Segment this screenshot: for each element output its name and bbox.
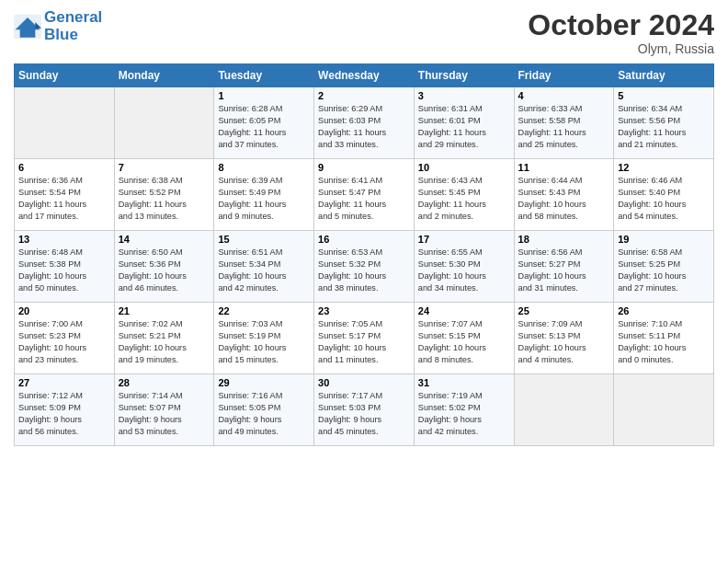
day-detail: Sunrise: 6:43 AM Sunset: 5:45 PM Dayligh… (418, 175, 510, 223)
day-number: 11 (518, 162, 610, 173)
day-detail: Sunrise: 6:39 AM Sunset: 5:49 PM Dayligh… (218, 175, 310, 223)
day-number: 16 (318, 234, 410, 245)
day-cell: 22Sunrise: 7:03 AM Sunset: 5:19 PM Dayli… (214, 303, 314, 374)
calendar-table: Sunday Monday Tuesday Wednesday Thursday… (14, 63, 714, 446)
day-detail: Sunrise: 6:53 AM Sunset: 5:32 PM Dayligh… (318, 247, 410, 294)
col-sunday: Sunday (15, 64, 115, 87)
day-number: 28 (119, 377, 210, 388)
day-cell: 12Sunrise: 6:46 AM Sunset: 5:40 PM Dayli… (614, 159, 714, 231)
day-detail: Sunrise: 6:33 AM Sunset: 5:58 PM Dayligh… (518, 103, 610, 151)
day-detail: Sunrise: 6:44 AM Sunset: 5:43 PM Dayligh… (518, 175, 610, 223)
day-number: 22 (218, 305, 310, 316)
day-detail: Sunrise: 6:28 AM Sunset: 6:05 PM Dayligh… (218, 103, 310, 151)
day-cell: 19Sunrise: 6:58 AM Sunset: 5:25 PM Dayli… (614, 231, 714, 303)
week-row-2: 13Sunrise: 6:48 AM Sunset: 5:38 PM Dayli… (15, 231, 714, 303)
day-detail: Sunrise: 6:48 AM Sunset: 5:38 PM Dayligh… (18, 247, 110, 294)
day-detail: Sunrise: 6:36 AM Sunset: 5:54 PM Dayligh… (18, 175, 110, 223)
day-number: 3 (418, 90, 510, 101)
day-number: 29 (218, 377, 310, 388)
day-number: 30 (318, 377, 410, 388)
col-saturday: Saturday (614, 64, 714, 87)
day-cell: 15Sunrise: 6:51 AM Sunset: 5:34 PM Dayli… (214, 231, 314, 303)
day-detail: Sunrise: 6:34 AM Sunset: 5:56 PM Dayligh… (618, 103, 710, 151)
day-cell: 10Sunrise: 6:43 AM Sunset: 5:45 PM Dayli… (414, 159, 514, 231)
day-cell: 23Sunrise: 7:05 AM Sunset: 5:17 PM Dayli… (314, 303, 415, 374)
day-cell: 24Sunrise: 7:07 AM Sunset: 5:15 PM Dayli… (414, 303, 514, 374)
day-cell: 8Sunrise: 6:39 AM Sunset: 5:49 PM Daylig… (214, 159, 314, 231)
week-row-1: 6Sunrise: 6:36 AM Sunset: 5:54 PM Daylig… (15, 159, 714, 231)
day-number: 21 (119, 305, 210, 316)
day-cell: 11Sunrise: 6:44 AM Sunset: 5:43 PM Dayli… (514, 159, 614, 231)
day-detail: Sunrise: 6:58 AM Sunset: 5:25 PM Dayligh… (618, 247, 710, 294)
day-detail: Sunrise: 6:56 AM Sunset: 5:27 PM Dayligh… (518, 247, 610, 294)
day-detail: Sunrise: 7:10 AM Sunset: 5:11 PM Dayligh… (618, 318, 710, 366)
col-wednesday: Wednesday (314, 64, 415, 87)
day-cell: 28Sunrise: 7:14 AM Sunset: 5:07 PM Dayli… (114, 374, 214, 446)
day-cell: 30Sunrise: 7:17 AM Sunset: 5:03 PM Dayli… (314, 374, 415, 446)
day-detail: Sunrise: 7:00 AM Sunset: 5:23 PM Dayligh… (18, 318, 110, 366)
day-detail: Sunrise: 6:46 AM Sunset: 5:40 PM Dayligh… (618, 175, 710, 223)
day-detail: Sunrise: 6:31 AM Sunset: 6:01 PM Dayligh… (418, 103, 510, 151)
day-number: 23 (318, 305, 410, 316)
day-cell: 18Sunrise: 6:56 AM Sunset: 5:27 PM Dayli… (514, 231, 614, 303)
day-detail: Sunrise: 7:05 AM Sunset: 5:17 PM Dayligh… (318, 318, 410, 366)
day-detail: Sunrise: 7:19 AM Sunset: 5:02 PM Dayligh… (418, 390, 510, 438)
day-number: 13 (18, 234, 110, 245)
day-number: 24 (418, 305, 510, 316)
day-cell: 5Sunrise: 6:34 AM Sunset: 5:56 PM Daylig… (614, 87, 714, 159)
day-number: 5 (618, 90, 710, 101)
day-number: 19 (618, 234, 710, 245)
day-detail: Sunrise: 7:09 AM Sunset: 5:13 PM Dayligh… (518, 318, 610, 366)
week-row-3: 20Sunrise: 7:00 AM Sunset: 5:23 PM Dayli… (15, 303, 714, 374)
location: Olym, Russia (528, 41, 714, 56)
day-number: 15 (218, 234, 310, 245)
week-row-4: 27Sunrise: 7:12 AM Sunset: 5:09 PM Dayli… (15, 374, 714, 446)
day-number: 26 (618, 305, 710, 316)
day-number: 6 (18, 162, 110, 173)
day-cell: 16Sunrise: 6:53 AM Sunset: 5:32 PM Dayli… (314, 231, 415, 303)
col-friday: Friday (514, 64, 614, 87)
day-number: 20 (18, 305, 110, 316)
day-number: 7 (119, 162, 210, 173)
day-number: 27 (18, 377, 110, 388)
day-cell (514, 374, 614, 446)
day-detail: Sunrise: 6:51 AM Sunset: 5:34 PM Dayligh… (218, 247, 310, 294)
day-detail: Sunrise: 7:16 AM Sunset: 5:05 PM Dayligh… (218, 390, 310, 438)
day-number: 2 (318, 90, 410, 101)
day-cell (15, 87, 115, 159)
col-thursday: Thursday (414, 64, 514, 87)
day-cell: 2Sunrise: 6:29 AM Sunset: 6:03 PM Daylig… (314, 87, 415, 159)
day-detail: Sunrise: 7:14 AM Sunset: 5:07 PM Dayligh… (119, 390, 210, 438)
day-cell: 9Sunrise: 6:41 AM Sunset: 5:47 PM Daylig… (314, 159, 415, 231)
day-number: 14 (119, 234, 210, 245)
day-detail: Sunrise: 6:50 AM Sunset: 5:36 PM Dayligh… (119, 247, 210, 294)
day-number: 10 (418, 162, 510, 173)
day-cell: 1Sunrise: 6:28 AM Sunset: 6:05 PM Daylig… (214, 87, 314, 159)
week-row-0: 1Sunrise: 6:28 AM Sunset: 6:05 PM Daylig… (15, 87, 714, 159)
day-detail: Sunrise: 7:02 AM Sunset: 5:21 PM Dayligh… (119, 318, 210, 366)
day-detail: Sunrise: 7:12 AM Sunset: 5:09 PM Dayligh… (18, 390, 110, 438)
day-cell: 7Sunrise: 6:38 AM Sunset: 5:52 PM Daylig… (114, 159, 214, 231)
day-cell: 25Sunrise: 7:09 AM Sunset: 5:13 PM Dayli… (514, 303, 614, 374)
day-cell: 14Sunrise: 6:50 AM Sunset: 5:36 PM Dayli… (114, 231, 214, 303)
day-detail: Sunrise: 7:03 AM Sunset: 5:19 PM Dayligh… (218, 318, 310, 366)
day-cell: 21Sunrise: 7:02 AM Sunset: 5:21 PM Dayli… (114, 303, 214, 374)
day-number: 31 (418, 377, 510, 388)
header: General Blue October 2024 Olym, Russia (14, 9, 714, 56)
day-cell: 29Sunrise: 7:16 AM Sunset: 5:05 PM Dayli… (214, 374, 314, 446)
day-number: 12 (618, 162, 710, 173)
day-cell: 6Sunrise: 6:36 AM Sunset: 5:54 PM Daylig… (15, 159, 115, 231)
day-cell: 3Sunrise: 6:31 AM Sunset: 6:01 PM Daylig… (414, 87, 514, 159)
header-row: Sunday Monday Tuesday Wednesday Thursday… (15, 64, 714, 87)
col-monday: Monday (114, 64, 214, 87)
day-cell (114, 87, 214, 159)
day-number: 1 (218, 90, 310, 101)
day-detail: Sunrise: 7:07 AM Sunset: 5:15 PM Dayligh… (418, 318, 510, 366)
calendar-body: 1Sunrise: 6:28 AM Sunset: 6:05 PM Daylig… (15, 87, 714, 446)
day-detail: Sunrise: 6:29 AM Sunset: 6:03 PM Dayligh… (318, 103, 410, 151)
day-cell: 17Sunrise: 6:55 AM Sunset: 5:30 PM Dayli… (414, 231, 514, 303)
logo: General Blue (14, 9, 102, 43)
day-number: 25 (518, 305, 610, 316)
day-number: 4 (518, 90, 610, 101)
title-block: October 2024 Olym, Russia (528, 9, 714, 56)
